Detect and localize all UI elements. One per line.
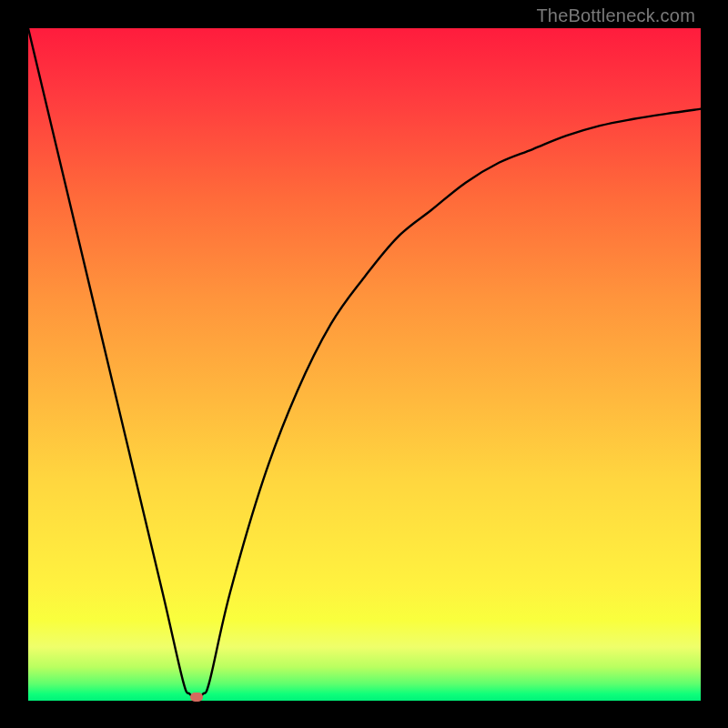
plot-area — [28, 28, 701, 701]
bottleneck-curve — [28, 28, 701, 701]
optimal-point-marker — [190, 693, 203, 702]
attribution-text: TheBottleneck.com — [536, 5, 695, 26]
chart-frame: TheBottleneck.com — [0, 0, 728, 728]
